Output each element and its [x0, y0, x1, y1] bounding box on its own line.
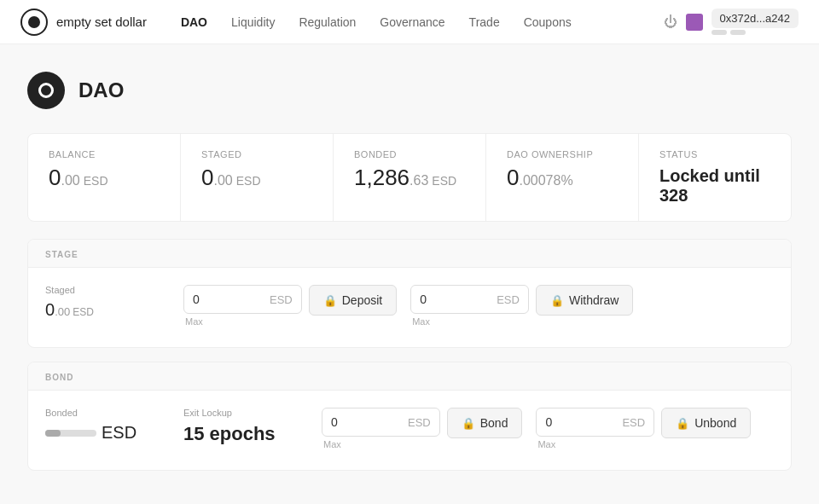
dao-icon [27, 72, 65, 109]
nav-liquidity[interactable]: Liquidity [231, 15, 275, 29]
staged-stat-label: Staged [45, 285, 156, 295]
bonded-bar-track [45, 430, 96, 437]
bond-header-label: BOND [45, 373, 73, 382]
bonded-stat: Bonded ESD [45, 408, 156, 443]
stat-staged-unit: ESD [236, 174, 261, 188]
unbond-input-row: ESD [536, 408, 654, 437]
stat-staged: Staged 0.00ESD [181, 134, 334, 221]
unbond-unit: ESD [613, 416, 653, 429]
wallet-area: 0x372d...a242 [712, 9, 799, 35]
bond-input-row: ESD [322, 408, 440, 437]
bond-section-body: Bonded ESD Exit Lockup 15 epochs [28, 391, 791, 470]
unbond-button[interactable]: 🔒 Unbond [661, 408, 751, 438]
avatar [686, 14, 703, 31]
bond-input[interactable] [322, 408, 399, 436]
withdraw-input[interactable] [411, 286, 488, 313]
unbond-input[interactable] [537, 408, 613, 436]
stat-staged-main: 0 [201, 165, 213, 190]
stat-bonded-unit: ESD [432, 174, 456, 188]
bond-input-wrapper: ESD Max [322, 408, 440, 449]
stat-balance-label: Balance [49, 149, 160, 159]
deposit-button[interactable]: 🔒 Deposit [309, 285, 397, 316]
bonded-stat-label: Bonded [45, 408, 156, 418]
wallet-dot-2 [730, 30, 746, 35]
deposit-input[interactable] [184, 286, 261, 313]
wallet-dots [712, 30, 799, 35]
deposit-btn-label: Deposit [342, 293, 382, 307]
nav-trade[interactable]: Trade [469, 15, 500, 29]
bond-button[interactable]: 🔒 Bond [447, 408, 523, 438]
stat-ownership-unit: % [561, 173, 572, 188]
stat-staged-decimal: .00 [213, 173, 232, 188]
withdraw-max: Max [410, 316, 529, 327]
logo-text: empty set dollar [56, 14, 147, 29]
stat-dao-ownership-value: 0.00078% [507, 166, 618, 188]
stat-status-value: Locked until 328 [659, 166, 770, 206]
bonded-unit-label: ESD [102, 423, 136, 443]
stats-row: Balance 0.00ESD Staged 0.00ESD Bonded 1,… [27, 133, 792, 222]
stat-staged-label: Staged [201, 149, 312, 159]
deposit-lock-icon: 🔒 [323, 294, 337, 307]
bond-btn-label: Bond [480, 416, 508, 430]
stat-bonded: Bonded 1,286.63ESD [334, 134, 486, 221]
deposit-unit: ESD [261, 293, 301, 306]
stat-status-label: Status [659, 149, 770, 159]
stage-section: STAGE Staged 0.00ESD ESD Max [27, 239, 792, 348]
stat-balance-main: 0 [49, 165, 61, 190]
nav-coupons[interactable]: Coupons [524, 15, 572, 29]
bond-unit: ESD [399, 416, 439, 429]
stat-bonded-value: 1,286.63ESD [354, 166, 465, 188]
stage-inputs-area: ESD Max 🔒 Deposit ESD [183, 285, 774, 327]
staged-decimal: .00 [55, 305, 70, 318]
deposit-pair: ESD Max 🔒 Deposit [183, 285, 397, 327]
stage-section-header: STAGE [28, 240, 791, 268]
stat-bonded-decimal: .63 [410, 173, 428, 188]
withdraw-unit: ESD [488, 293, 528, 306]
dao-icon-inner [38, 83, 54, 98]
power-icon[interactable]: ⏻ [664, 14, 677, 30]
exit-lockup: Exit Lockup 15 epochs [183, 408, 294, 445]
stat-balance-unit: ESD [84, 174, 108, 188]
logo-icon [20, 9, 48, 36]
bond-lock-icon: 🔒 [462, 417, 475, 430]
nav-regulation[interactable]: Regulation [299, 15, 356, 29]
navbar: empty set dollar DAO Liquidity Regulatio… [0, 0, 819, 44]
stat-bonded-label: Bonded [354, 149, 465, 159]
withdraw-lock-icon: 🔒 [550, 294, 564, 307]
bond-section: BOND Bonded ESD Exit Lockup 15 epochs [27, 362, 792, 471]
deposit-max: Max [183, 316, 302, 327]
wallet-address[interactable]: 0x372d...a242 [712, 9, 799, 28]
deposit-input-row: ESD [183, 285, 302, 314]
stat-status: Status Locked until 328 [639, 134, 791, 221]
bond-max: Max [322, 439, 440, 449]
stat-balance-value: 0.00ESD [49, 166, 160, 188]
exit-lockup-value: 15 epochs [183, 423, 294, 445]
nav-governance[interactable]: Governance [380, 15, 444, 29]
stage-header-label: STAGE [45, 250, 78, 259]
page-header: DAO [27, 72, 792, 109]
stat-staged-value: 0.00ESD [201, 166, 312, 188]
page-title: DAO [78, 78, 124, 102]
stat-dao-ownership: DAO Ownership 0.00078% [486, 134, 639, 221]
withdraw-btn-label: Withdraw [569, 293, 619, 307]
stage-section-body: Staged 0.00ESD ESD Max 🔒 [28, 268, 791, 347]
stat-bonded-main: 1,286 [354, 165, 410, 190]
unbond-pair: ESD Max 🔒 Unbond [536, 408, 751, 449]
nav-links: DAO Liquidity Regulation Governance Trad… [181, 15, 664, 29]
staged-main: 0 [45, 300, 55, 319]
bond-inputs-area: ESD Max 🔒 Bond ESD Ma [322, 408, 774, 449]
bonded-bar-area: ESD [45, 423, 156, 443]
staged-stat-value: 0.00ESD [45, 300, 156, 320]
nav-dao[interactable]: DAO [181, 15, 207, 29]
staged-stat: Staged 0.00ESD [45, 285, 156, 320]
unbond-max: Max [536, 439, 654, 449]
logo-inner-circle [28, 16, 40, 28]
stat-balance: Balance 0.00ESD [28, 134, 181, 221]
withdraw-input-wrapper: ESD Max [410, 285, 529, 327]
logo: empty set dollar [20, 9, 147, 36]
exit-lockup-label: Exit Lockup [183, 408, 294, 418]
bonded-bar-fill [45, 430, 61, 437]
withdraw-pair: ESD Max 🔒 Withdraw [410, 285, 633, 327]
withdraw-button[interactable]: 🔒 Withdraw [536, 285, 633, 316]
withdraw-input-row: ESD [410, 285, 529, 314]
